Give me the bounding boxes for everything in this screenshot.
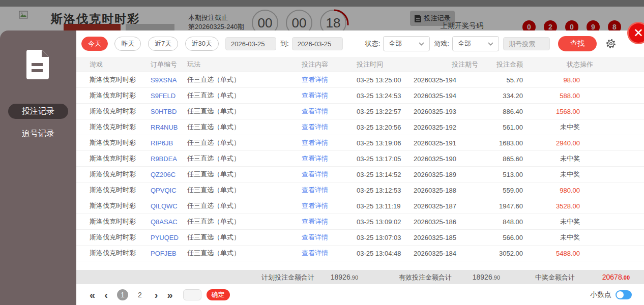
column-header: 游戏 — [90, 60, 151, 69]
pagination-bar: « ‹ 1 2 › » 确定 小数点 — [76, 287, 644, 302]
view-details-link[interactable]: 查看详情 — [302, 249, 357, 258]
period-cell: 20260325-192 — [414, 124, 478, 131]
view-details-link[interactable]: 查看详情 — [302, 217, 357, 226]
bet-time-cell: 03-25 13:22:57 — [357, 108, 414, 115]
toggle-knob — [617, 291, 624, 298]
play-type-cell: 任三直选（单式） — [187, 91, 302, 100]
close-icon[interactable]: ✕ — [629, 23, 644, 43]
status-cell: 未中奖 — [523, 154, 580, 163]
bet-time-cell: 03-25 13:25:00 — [357, 76, 414, 84]
last-page-button[interactable]: » — [167, 290, 172, 300]
view-details-link[interactable]: 查看详情 — [302, 170, 357, 179]
search-button[interactable]: 查找 — [558, 36, 597, 51]
view-details-link[interactable]: 查看详情 — [302, 201, 357, 210]
table-body: 斯洛伐克时时彩 S9XSNA 任三直选（单式） 查看详情 03-25 13:25… — [76, 72, 644, 261]
order-number-link[interactable]: QZ206C — [151, 171, 187, 178]
period-cell: 20260325-184 — [414, 250, 478, 257]
play-type-cell: 任三直选（单式） — [187, 75, 302, 84]
column-header: 投注期号 — [414, 60, 478, 69]
quick-date-chip[interactable]: 近7天 — [148, 37, 178, 51]
order-number-link[interactable]: S0HTBD — [151, 108, 187, 115]
order-number-link[interactable]: S9FELD — [151, 92, 187, 100]
quick-date-chip[interactable]: 今天 — [81, 37, 108, 51]
game-cell: 斯洛伐克时时彩 — [90, 154, 151, 163]
page-jump-input[interactable] — [183, 289, 201, 300]
first-page-button[interactable]: « — [90, 290, 95, 300]
view-details-link[interactable]: 查看详情 — [302, 75, 357, 84]
game-cell: 斯洛伐克时时彩 — [90, 138, 151, 147]
view-details-link[interactable]: 查看详情 — [302, 91, 357, 100]
column-header: 投注内容 — [302, 60, 357, 69]
status-select[interactable]: 全部 — [383, 36, 430, 51]
table-row: 斯洛伐克时时彩 QZ206C 任三直选（单式） 查看详情 03-25 13:14… — [76, 167, 644, 182]
view-details-link[interactable]: 查看详情 — [302, 154, 357, 163]
view-details-link[interactable]: 查看详情 — [302, 123, 357, 132]
status-cell: 980.00 — [523, 187, 580, 194]
game-cell: 斯洛伐克时时彩 — [90, 249, 151, 258]
game-select-value: 全部 — [458, 39, 471, 48]
quick-date-chip[interactable]: 近30天 — [185, 37, 219, 51]
period-cell: 20260325-190 — [414, 155, 478, 163]
view-details-link[interactable]: 查看详情 — [302, 138, 357, 147]
status-cell: 98.00 — [523, 76, 580, 84]
play-type-cell: 任三直选（单式） — [187, 154, 302, 163]
sidebar-item[interactable]: 追号记录 — [8, 126, 68, 141]
order-number-link[interactable]: QILQWC — [151, 202, 187, 210]
status-cell: 未中奖 — [523, 170, 580, 179]
status-select-value: 全部 — [389, 39, 402, 48]
page-number-button[interactable]: 1 — [117, 289, 128, 300]
amount-cell: 865.60 — [478, 155, 523, 163]
quick-date-chip[interactable]: 昨天 — [114, 37, 141, 51]
confirm-page-button[interactable]: 确定 — [207, 289, 230, 300]
status-label: 状态: — [365, 39, 380, 48]
bet-time-cell: 03-25 13:04:48 — [357, 250, 414, 257]
amount-cell: 848.00 — [478, 218, 523, 226]
win-total-label: 中奖金额合计 — [535, 273, 575, 282]
valid-total-value: 18926.90 — [473, 273, 500, 281]
decimal-toggle[interactable] — [616, 290, 632, 299]
prev-page-button[interactable]: ‹ — [104, 290, 108, 300]
order-number-link[interactable]: QPVQIC — [151, 187, 187, 194]
page-number-button[interactable]: 2 — [134, 289, 145, 300]
gear-icon[interactable] — [605, 38, 617, 49]
bet-time-cell: 03-25 13:20:56 — [357, 124, 414, 131]
table-row: 斯洛伐克时时彩 R9BDEA 任三直选（单式） 查看详情 03-25 13:17… — [76, 151, 644, 167]
date-from-input[interactable] — [225, 37, 276, 50]
amount-cell: 559.00 — [478, 187, 523, 194]
order-number-link[interactable]: RIP6JB — [151, 139, 187, 147]
game-cell: 斯洛伐克时时彩 — [90, 233, 151, 242]
view-details-link[interactable]: 查看详情 — [302, 186, 357, 195]
order-number-link[interactable]: R9BDEA — [151, 155, 187, 163]
bet-time-cell: 03-25 13:11:19 — [357, 202, 414, 210]
win-total-value: 20678.00 — [602, 273, 630, 281]
period-search-input[interactable] — [503, 37, 550, 50]
bet-time-cell: 03-25 13:07:03 — [357, 234, 414, 241]
view-details-link[interactable]: 查看详情 — [302, 233, 357, 242]
order-number-link[interactable]: PYUQED — [151, 234, 187, 241]
quick-date-chips: 今天 昨天 近7天 近30天 — [81, 37, 223, 51]
date-to-input[interactable] — [292, 37, 343, 50]
table-row: 斯洛伐克时时彩 QPVQIC 任三直选（单式） 查看详情 03-25 13:12… — [76, 182, 644, 198]
game-select[interactable]: 全部 — [452, 36, 499, 51]
page-numbers: 1 2 — [117, 289, 152, 300]
next-page-button[interactable]: › — [155, 290, 158, 300]
game-cell: 斯洛伐克时时彩 — [90, 201, 151, 210]
status-cell: 2940.00 — [523, 139, 580, 147]
order-number-link[interactable]: Q8ASAC — [151, 218, 187, 226]
game-cell: 斯洛伐克时时彩 — [90, 217, 151, 226]
column-header: 操作 — [580, 60, 632, 69]
play-type-cell: 任三直选（单式） — [187, 107, 302, 116]
amount-cell: 1683.00 — [478, 139, 523, 147]
view-details-link[interactable]: 查看详情 — [302, 107, 357, 116]
amount-cell: 334.20 — [478, 92, 523, 100]
order-number-link[interactable]: S9XSNA — [151, 76, 187, 84]
period-cell: 20260325-194 — [414, 76, 478, 84]
sidebar-item[interactable]: 投注记录 — [8, 104, 68, 119]
decimal-toggle-group: 小数点 — [590, 290, 632, 299]
order-number-link[interactable]: RR4NUB — [151, 124, 187, 131]
table-row: 斯洛伐克时时彩 POFJEB 任三直选（单式） 查看详情 03-25 13:04… — [76, 246, 644, 261]
table-row: 斯洛伐克时时彩 PYUQED 任三直选（单式） 查看详情 03-25 13:07… — [76, 230, 644, 246]
order-number-link[interactable]: POFJEB — [151, 250, 187, 257]
filter-bar: 今天 昨天 近7天 近30天 到: 状态: 全部 游戏: 全部 — [76, 36, 644, 51]
period-cell: 20260325-186 — [414, 218, 478, 226]
